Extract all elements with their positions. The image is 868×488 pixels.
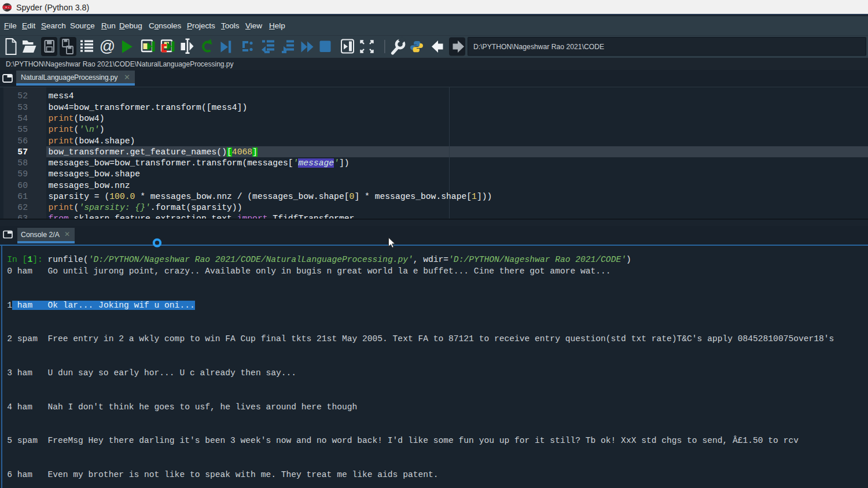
svg-text:D:\PYTHON\Nageshwar Rao 2021\C: D:\PYTHON\Nageshwar Rao 2021\CODE [473, 43, 604, 51]
svg-text:@: @ [100, 38, 115, 55]
